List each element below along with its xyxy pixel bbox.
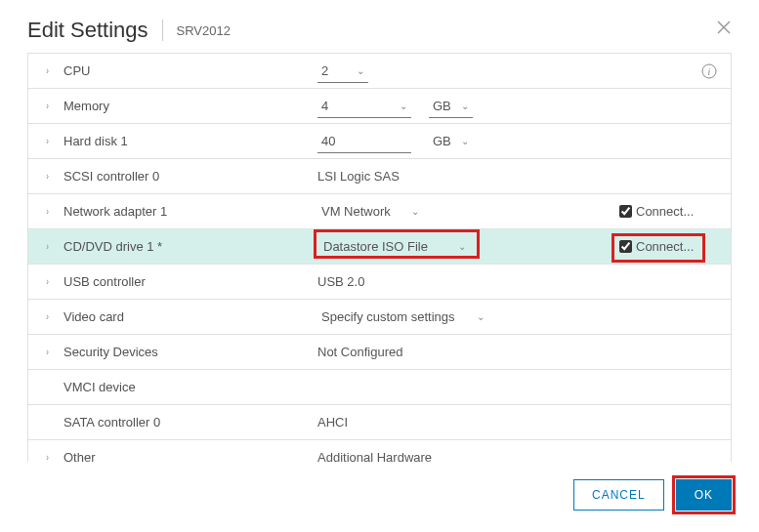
- dialog-header: Edit Settings SRV2012: [0, 0, 759, 53]
- memory-value-select[interactable]: 4 ⌄: [317, 95, 411, 118]
- chevron-down-icon: ⌄: [477, 311, 485, 322]
- sata-label: SATA controller 0: [60, 415, 317, 430]
- security-value: Not Configured: [317, 345, 402, 359]
- harddisk-label: Hard disk 1: [60, 134, 317, 148]
- expand-icon[interactable]: [46, 101, 60, 111]
- network-select[interactable]: VM Network ⌄: [317, 200, 423, 223]
- chevron-down-icon: ⌄: [461, 101, 469, 111]
- settings-rows: CPU 2 ⌄ i Memory 4 ⌄: [27, 53, 732, 462]
- usb-value: USB 2.0: [317, 274, 364, 289]
- chevron-down-icon: ⌄: [400, 101, 407, 111]
- expand-icon[interactable]: [46, 347, 60, 357]
- memory-unit-select[interactable]: GB ⌄: [429, 95, 473, 118]
- sata-value: AHCI: [317, 415, 348, 430]
- chevron-down-icon: ⌄: [458, 241, 466, 252]
- cddvd-label: CD/DVD drive 1 *: [60, 239, 317, 254]
- dialog-title: Edit Settings: [27, 18, 148, 43]
- network-connect-checkbox[interactable]: Connect...: [619, 204, 694, 219]
- ok-wrap: OK: [676, 479, 732, 511]
- expand-icon[interactable]: [46, 171, 60, 182]
- harddisk-value-input[interactable]: 40: [317, 130, 411, 153]
- row-cpu: CPU 2 ⌄ i: [28, 54, 731, 89]
- network-label: Network adapter 1: [60, 204, 317, 219]
- row-harddisk: Hard disk 1 40 GB ⌄: [28, 124, 731, 159]
- expand-icon[interactable]: [46, 206, 60, 217]
- info-icon[interactable]: i: [701, 63, 717, 79]
- chevron-down-icon: ⌄: [411, 206, 419, 217]
- video-select[interactable]: Specify custom settings ⌄: [317, 306, 488, 328]
- video-label: Video card: [60, 309, 317, 324]
- cpu-label: CPU: [60, 63, 317, 78]
- row-security: Security Devices Not Configured: [28, 335, 731, 370]
- other-label: Other: [60, 450, 317, 462]
- expand-icon[interactable]: [46, 311, 60, 322]
- network-connect-input[interactable]: [619, 205, 632, 218]
- expand-icon[interactable]: [46, 65, 60, 76]
- cddvd-connect-input[interactable]: [619, 240, 632, 253]
- security-label: Security Devices: [60, 345, 317, 359]
- usb-label: USB controller: [60, 274, 317, 289]
- row-cddvd: CD/DVD drive 1 * Datastore ISO File ⌄ Co…: [28, 229, 731, 265]
- row-other: Other Additional Hardware: [28, 440, 731, 462]
- harddisk-unit-select[interactable]: GB ⌄: [429, 130, 473, 152]
- row-memory: Memory 4 ⌄ GB ⌄: [28, 89, 731, 124]
- dialog-subtitle: SRV2012: [177, 23, 231, 38]
- cddvd-connect-checkbox[interactable]: Connect...: [619, 239, 694, 254]
- expand-icon[interactable]: [46, 241, 60, 252]
- row-usb: USB controller USB 2.0: [28, 265, 731, 300]
- row-video: Video card Specify custom settings ⌄: [28, 300, 731, 335]
- row-sata: SATA controller 0 AHCI: [28, 405, 731, 440]
- scsi-label: SCSI controller 0: [60, 169, 317, 184]
- expand-icon[interactable]: [46, 276, 60, 287]
- header-divider: [162, 20, 163, 41]
- other-value: Additional Hardware: [317, 450, 432, 462]
- row-vmci: VMCI device: [28, 370, 731, 405]
- close-icon[interactable]: [716, 20, 732, 35]
- cpu-select[interactable]: 2 ⌄: [317, 60, 368, 83]
- memory-label: Memory: [60, 99, 317, 113]
- expand-icon[interactable]: [46, 136, 60, 146]
- ok-button[interactable]: OK: [676, 479, 732, 511]
- dialog-footer: CANCEL OK: [0, 462, 759, 532]
- row-network: Network adapter 1 VM Network ⌄ Connect..…: [28, 194, 731, 229]
- expand-icon[interactable]: [46, 452, 60, 462]
- settings-content: CPU 2 ⌄ i Memory 4 ⌄: [0, 53, 759, 462]
- cddvd-select[interactable]: Datastore ISO File ⌄: [317, 235, 470, 259]
- row-scsi: SCSI controller 0 LSI Logic SAS: [28, 159, 731, 194]
- edit-settings-dialog: Edit Settings SRV2012 CPU 2 ⌄ i: [0, 0, 759, 532]
- vmci-label: VMCI device: [60, 380, 317, 394]
- scsi-value: LSI Logic SAS: [317, 169, 400, 184]
- cancel-button[interactable]: CANCEL: [573, 479, 664, 511]
- chevron-down-icon: ⌄: [461, 136, 469, 146]
- svg-text:i: i: [708, 66, 711, 77]
- chevron-down-icon: ⌄: [357, 65, 364, 76]
